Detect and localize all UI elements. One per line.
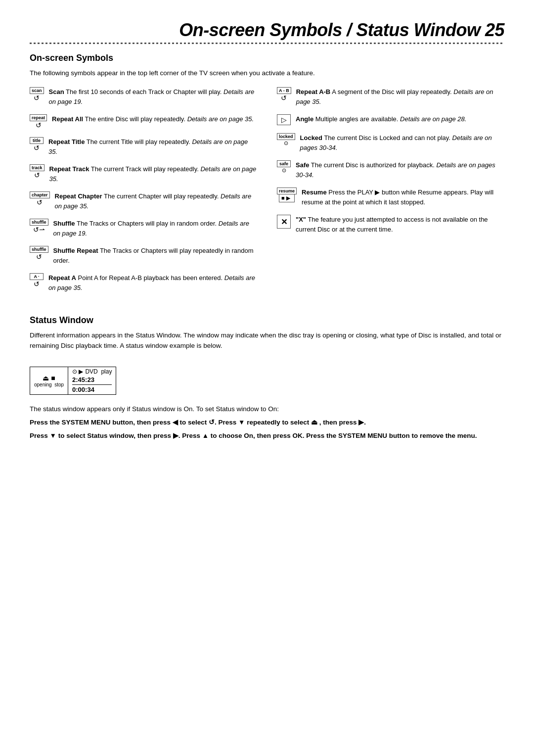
repeat-a-icon-arrow: ↺ [34,280,40,288]
repeat-title-icon-arrow: ↺ [34,144,40,152]
x-mark-icon: ✕ [277,215,291,229]
repeat-title-icon-top: title [30,137,44,144]
status-dvd-play-row: ⊙ ▶ DVD play [72,368,112,375]
status-window-section: Status Window Different information appe… [30,315,504,441]
resume-icon-top: resume [277,188,297,194]
repeat-ab-icon-top: A - B [277,87,291,94]
repeat-chapter-icon-wrap: chapter ↺ [30,191,50,206]
repeat-ab-icon-wrap: A - B ↺ [277,87,291,102]
locked-icon-wrap: locked ⊙ [277,133,295,146]
symbol-repeat-title: title ↺ Repeat Title The current Title w… [30,137,257,156]
shuffle-repeat-icon-wrap: shuffle ↺ [30,246,48,261]
symbols-right-column: A - B ↺ Repeat A-B A segment of the Disc… [277,87,504,300]
status-eject-stop-icons: ⏏ ■ [43,374,55,382]
repeat-track-icon-wrap: track ↺ [30,164,44,179]
repeat-all-text: Repeat All The entire Disc will play rep… [52,114,254,124]
section-title-status: Status Window [30,315,504,326]
symbol-repeat-track: track ↺ Repeat Track The current Track w… [30,164,257,184]
status-time-remaining: 0:00:34 [72,386,112,393]
symbols-left-column: scan ↺ Scan The first 10 seconds of each… [30,87,257,300]
shuffle-icon-top: shuffle [30,219,48,226]
repeat-chapter-text: Repeat Chapter The current Chapter will … [55,191,257,211]
repeat-track-text: Repeat Track The current Track will play… [49,164,257,184]
symbol-scan: scan ↺ Scan The first 10 seconds of each… [30,87,257,106]
status-window-instructions: The status window appears only if Status… [30,404,504,442]
repeat-track-icon-arrow: ↺ [34,171,40,179]
status-instruction-2: Press ▼ to select Status window, then pr… [30,430,504,442]
repeat-all-icon-arrow: ↺ [36,121,42,129]
safe-icon-wrap: safe ⊙ [277,160,291,174]
repeat-chapter-icon-arrow: ↺ [37,198,43,206]
x-mark-icon-wrap: ✕ [277,215,291,229]
repeat-ab-icon-arrow: ↺ [281,94,287,102]
repeat-title-icon-wrap: title ↺ [30,137,44,152]
status-time-total: 2:45:23 [72,376,112,385]
repeat-all-icon-wrap: repeat ↺ [30,114,47,129]
repeat-a-icon-top: A · [30,273,44,280]
section-intro-symbols: The following symbols appear in the top … [30,68,504,78]
status-dvd-icon: ⊙ ▶ [72,368,83,375]
shuffle-icon-arrow: ↺⇀ [33,226,45,234]
symbol-angle: ▷ Angle Multiple angles are available. D… [277,114,504,125]
symbol-x-mark: ✕ "X" The feature you just attempted to … [277,215,504,234]
symbol-locked: locked ⊙ Locked The current Disc is Lock… [277,133,504,152]
symbol-repeat-all: repeat ↺ Repeat All The entire Disc will… [30,114,257,129]
status-box-left: ⏏ ■ opening stop [30,367,68,394]
safe-icon-sub: ⊙ [282,167,286,174]
repeat-a-text: Repeat A Point A for Repeat A-B playback… [48,273,257,292]
scan-icon-wrap: scan ↺ [30,87,44,102]
symbol-repeat-a: A · ↺ Repeat A Point A for Repeat A-B pl… [30,273,257,292]
status-opening-stop-labels: opening stop [34,382,64,387]
shuffle-icon-wrap: shuffle ↺⇀ [30,219,48,234]
shuffle-repeat-text: Shuffle Repeat The Tracks or Chapters wi… [53,246,257,265]
symbol-resume: resume ■ ▶ Resume Press the PLAY ▶ butto… [277,188,504,207]
safe-text: Safe The current Disc is authorized for … [296,160,504,180]
x-mark-text: "X" The feature you just attempted to ac… [296,215,504,234]
status-box-right: ⊙ ▶ DVD play 2:45:23 0:00:34 [68,367,116,394]
scan-icon-top: scan [30,87,44,94]
symbol-repeat-ab: A - B ↺ Repeat A-B A segment of the Disc… [277,87,504,106]
angle-icon: ▷ [277,114,291,125]
symbol-safe: safe ⊙ Safe The current Disc is authoriz… [277,160,504,180]
status-window-note: The status window appears only if Status… [30,404,504,415]
shuffle-text: Shuffle The Tracks or Chapters will play… [53,219,257,238]
symbol-repeat-chapter: chapter ↺ Repeat Chapter The current Cha… [30,191,257,211]
repeat-ab-text: Repeat A-B A segment of the Disc will pl… [296,87,504,106]
title-divider [30,43,504,44]
locked-icon-top: locked [277,133,295,140]
page-title: On-screen Symbols / Status Window 25 [30,20,504,41]
scan-icon-arrow: ↺ [34,94,40,102]
status-instruction-1: Press the SYSTEM MENU button, then press… [30,417,504,428]
symbol-shuffle-repeat: shuffle ↺ Shuffle Repeat The Tracks or C… [30,246,257,265]
onscreen-symbols-section: On-screen Symbols The following symbols … [30,53,504,300]
symbol-shuffle: shuffle ↺⇀ Shuffle The Tracks or Chapter… [30,219,257,238]
repeat-chapter-icon-top: chapter [30,191,50,198]
section-title-symbols: On-screen Symbols [30,53,504,63]
safe-icon-top: safe [277,160,291,167]
repeat-title-text: Repeat Title The current Title will play… [48,137,257,156]
shuffle-repeat-icon-arrow: ↺ [36,253,42,261]
locked-text: Locked The current Disc is Locked and ca… [300,133,504,152]
repeat-track-icon-top: track [30,164,44,171]
angle-text: Angle Multiple angles are available. Det… [296,114,466,124]
resume-icon-wrap: resume ■ ▶ [277,188,297,202]
status-window-display: ⏏ ■ opening stop ⊙ ▶ DVD play 2:45:23 0:… [30,367,116,395]
resume-icon-bottom: ■ ▶ [279,194,295,202]
status-dvd-play-label: DVD play [85,368,112,375]
angle-icon-wrap: ▷ [277,114,291,125]
locked-icon-sub: ⊙ [284,140,288,146]
repeat-all-icon-top: repeat [30,114,47,121]
repeat-a-icon-wrap: A · ↺ [30,273,44,288]
symbols-grid: scan ↺ Scan The first 10 seconds of each… [30,87,504,300]
scan-text: Scan The first 10 seconds of each Track … [49,87,257,106]
section-intro-status: Different information appears in the Sta… [30,331,504,351]
resume-text: Resume Press the PLAY ▶ button while Res… [302,188,504,207]
shuffle-repeat-icon-top: shuffle [30,246,48,253]
